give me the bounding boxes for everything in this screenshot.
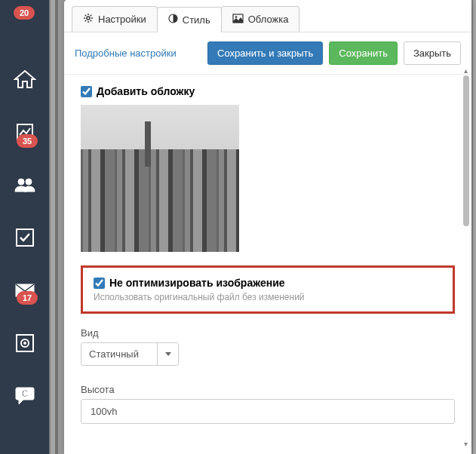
- content-area: Добавить обложку Не оптимизировать изобр…: [64, 75, 471, 454]
- sidebar-item-mail[interactable]: 17: [0, 264, 49, 317]
- height-label: Высота: [81, 384, 455, 395]
- cover-preview-image[interactable]: [81, 105, 239, 252]
- highlight-box: Не оптимизировать изображение Использова…: [81, 265, 455, 314]
- tab-label: Стиль: [183, 14, 210, 26]
- height-input[interactable]: [81, 399, 455, 424]
- no-optimize-row[interactable]: Не оптимизировать изображение: [94, 277, 442, 289]
- sidebar-item-charts[interactable]: 35: [0, 106, 49, 158]
- tab-cover[interactable]: Обложка: [221, 6, 300, 32]
- svg-text:C: C: [21, 388, 28, 399]
- close-button[interactable]: Закрыть: [404, 41, 461, 65]
- chat-icon: C: [14, 386, 35, 406]
- svg-point-2: [26, 179, 32, 185]
- tab-label: Настройки: [98, 14, 146, 25]
- svg-point-7: [23, 342, 26, 345]
- no-optimize-checkbox[interactable]: [94, 278, 105, 289]
- tabs-row: Настройки Стиль Обложка: [64, 0, 471, 32]
- contrast-icon: [168, 14, 178, 26]
- svg-point-12: [235, 16, 237, 18]
- view-select[interactable]: Статичный: [81, 342, 179, 366]
- sidebar-item-users[interactable]: [0, 158, 49, 211]
- tab-style[interactable]: Стиль: [157, 7, 222, 32]
- view-select-value: Статичный: [81, 343, 157, 365]
- sidebar-item-tasks[interactable]: [0, 211, 49, 264]
- add-cover-checkbox[interactable]: [81, 86, 92, 97]
- safe-icon: [15, 333, 35, 353]
- checkbox-icon: [15, 228, 35, 247]
- detailed-settings-link[interactable]: Подробные настройки: [75, 48, 201, 59]
- home-icon: [14, 69, 36, 89]
- scroll-down-arrow[interactable]: ▾: [462, 440, 469, 448]
- badge: 20: [14, 6, 35, 20]
- no-optimize-label: Не оптимизировать изображение: [109, 277, 285, 289]
- chevron-down-icon[interactable]: [157, 343, 178, 365]
- gear-icon: [83, 13, 94, 26]
- toolbar: Подробные настройки Сохранить и закрыть …: [64, 32, 471, 75]
- badge: 35: [17, 134, 38, 148]
- add-cover-row[interactable]: Добавить обложку: [81, 85, 455, 97]
- sidebar-item-safe[interactable]: [0, 317, 49, 370]
- image-icon: [232, 14, 244, 26]
- view-label: Вид: [81, 327, 455, 339]
- svg-point-1: [18, 179, 24, 185]
- sidebar-item-home[interactable]: [0, 53, 49, 106]
- tab-settings[interactable]: Настройки: [72, 6, 158, 32]
- scroll-up-arrow[interactable]: ▴: [462, 66, 469, 75]
- users-icon: [14, 176, 36, 193]
- svg-point-9: [87, 17, 90, 20]
- settings-panel: Настройки Стиль Обложка Подробные настро…: [64, 0, 471, 454]
- sidebar-item-chat[interactable]: C: [0, 370, 49, 422]
- sidebar: 20 35 17 C: [0, 0, 49, 454]
- tab-label: Обложка: [248, 14, 289, 25]
- no-optimize-help: Использовать оригинальный файл без измен…: [94, 292, 442, 302]
- badge: 17: [17, 291, 38, 305]
- add-cover-label: Добавить обложку: [97, 85, 195, 97]
- scrollbar-thumb[interactable]: [463, 75, 469, 226]
- save-button[interactable]: Сохранить: [329, 41, 398, 65]
- save-close-button[interactable]: Сохранить и закрыть: [207, 41, 323, 65]
- sidebar-item-top[interactable]: 20: [0, 0, 49, 53]
